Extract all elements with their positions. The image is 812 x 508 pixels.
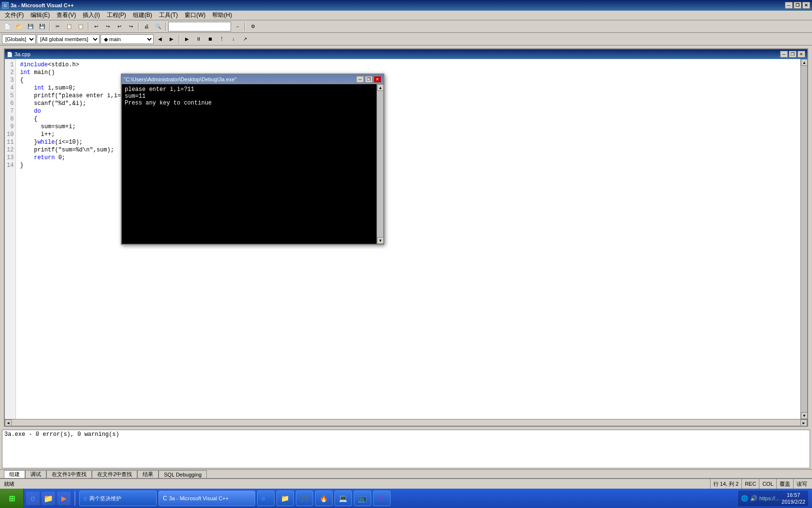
debug-btn5[interactable]: ↓ xyxy=(228,34,239,45)
taskbar-sep xyxy=(74,491,75,506)
nav-btn2[interactable]: ▶ xyxy=(166,34,177,45)
tab-find2[interactable]: 在文件2中查找 xyxy=(92,470,137,478)
clock-time: 16:57 xyxy=(782,492,805,498)
editor-h-scrollbar[interactable]: ◄ ► xyxy=(5,419,807,426)
h-scroll-right[interactable]: ► xyxy=(800,419,807,426)
debug-btn6[interactable]: ↗ xyxy=(240,34,250,45)
quick-launch-ie[interactable]: e xyxy=(26,492,40,505)
console-scroll-track[interactable] xyxy=(377,91,383,237)
tray-volume-icon[interactable]: 🔊 xyxy=(750,495,757,502)
app-icon: C xyxy=(2,2,9,9)
console-restore-btn[interactable]: ❐ xyxy=(365,76,373,83)
editor-restore-btn[interactable]: ❐ xyxy=(789,51,797,58)
tab-sql[interactable]: SQL Debugging xyxy=(159,470,207,478)
console-body: please enter i,i=?11 sum=11 Press any ke… xyxy=(122,84,215,244)
debug-btn3[interactable]: ⏹ xyxy=(205,34,216,45)
taskbar-app-3[interactable]: e xyxy=(257,491,275,506)
nav-btn1[interactable]: ◀ xyxy=(155,34,165,45)
find-btn[interactable]: 🔍 xyxy=(153,21,163,32)
search-input[interactable] xyxy=(168,22,231,31)
console-scroll-up[interactable]: ▲ xyxy=(377,84,384,91)
undo2-btn[interactable]: ↩ xyxy=(114,21,125,32)
paste-btn[interactable]: 📋 xyxy=(75,21,86,32)
h-scroll-left[interactable]: ◄ xyxy=(5,419,12,426)
scroll-down-arrow[interactable]: ▼ xyxy=(801,412,807,419)
quick-launch-folder[interactable]: 📁 xyxy=(42,492,55,505)
tab-debug[interactable]: 调试 xyxy=(25,470,46,478)
editor-scrollbar[interactable]: ▲ ▼ xyxy=(800,59,807,419)
status-ready: 就绪 xyxy=(2,480,710,488)
console-line-1: please enter i,i=?11 xyxy=(125,86,212,93)
console-scroll-down[interactable]: ▼ xyxy=(377,237,384,244)
taskbar-app-vc[interactable]: C 3a - Microsoft Visual C++ xyxy=(159,491,255,506)
debug-btn4[interactable]: ! xyxy=(217,34,227,45)
debug-btn2[interactable]: ⏸ xyxy=(193,34,204,45)
taskbar-app-7[interactable]: 💻 xyxy=(334,491,352,506)
minimize-button[interactable]: ─ xyxy=(785,2,793,9)
restore-button[interactable]: ❐ xyxy=(794,2,801,9)
print-btn[interactable]: 🖨 xyxy=(141,21,152,32)
taskbar-app-browser[interactable]: e 两个坚决维护 xyxy=(79,491,157,506)
tab-build[interactable]: 组建 xyxy=(4,470,25,478)
menu-view[interactable]: 查看(V) xyxy=(54,10,79,20)
globals-dropdown[interactable]: [Globals] xyxy=(2,34,36,44)
menu-project[interactable]: 工程(P) xyxy=(104,10,129,20)
editor-minimize-btn[interactable]: ─ xyxy=(780,51,788,58)
output-line-1: 3a.exe - 0 error(s), 0 warning(s) xyxy=(4,431,119,438)
menu-insert[interactable]: 插入(I) xyxy=(80,10,102,20)
menu-edit[interactable]: 编辑(E) xyxy=(28,10,53,20)
redo2-btn[interactable]: ↪ xyxy=(126,21,136,32)
start-button[interactable]: ⊞ xyxy=(0,489,24,508)
tab-results[interactable]: 结果 xyxy=(137,470,159,478)
function-dropdown[interactable]: ◆ main xyxy=(101,34,154,44)
console-minimize-btn[interactable]: ─ xyxy=(356,76,364,83)
tab-find1[interactable]: 在文件1中查找 xyxy=(46,470,92,478)
menu-build[interactable]: 组建(B) xyxy=(130,10,155,20)
tray-network-icon[interactable]: 🌐 xyxy=(741,495,748,502)
taskbar-app-6[interactable]: 🔥 xyxy=(315,491,333,506)
menu-help[interactable]: 帮助(H) xyxy=(209,10,235,20)
tray-notification[interactable]: https://... xyxy=(759,495,780,501)
debug-btn1[interactable]: ▶ xyxy=(182,34,192,45)
undo-btn[interactable]: ↩ xyxy=(91,21,102,32)
extra-btn[interactable]: ⚙ xyxy=(247,21,258,32)
menu-file[interactable]: 文件(F) xyxy=(2,10,27,20)
console-close-btn[interactable]: ✕ xyxy=(374,76,381,83)
taskbar-app-4[interactable]: 📁 xyxy=(276,491,294,506)
title-bar: C 3a - Microsoft Visual C++ ─ ❐ ✕ xyxy=(0,0,812,11)
scroll-up-arrow[interactable]: ▲ xyxy=(801,59,807,66)
sep6 xyxy=(179,35,180,44)
editor-close-btn[interactable]: ✕ xyxy=(798,51,805,58)
console-line-3: Press any key to continue xyxy=(125,100,212,106)
members-dropdown[interactable]: [All global members] xyxy=(37,34,100,44)
menu-bar: 文件(F) 编辑(E) 查看(V) 插入(I) 工程(P) 组建(B) 工具(T… xyxy=(0,11,812,20)
output-text: 3a.exe - 0 error(s), 0 warning(s) xyxy=(2,430,810,439)
copy-btn[interactable]: 📋 xyxy=(64,21,74,32)
open-btn[interactable]: 📂 xyxy=(14,21,24,32)
cut-btn[interactable]: ✂ xyxy=(52,21,63,32)
menu-tools[interactable]: 工具(T) xyxy=(156,10,181,20)
console-scrollbar[interactable]: ▲ ▼ xyxy=(377,84,383,244)
status-bar: 就绪 行 14, 列 2 REC COL 覆盖 读写 xyxy=(0,478,812,489)
status-row-col: 行 14, 列 2 xyxy=(710,478,742,489)
save-all-btn[interactable]: 💾 xyxy=(37,21,47,32)
new-file-btn[interactable]: 📄 xyxy=(2,21,13,32)
close-button[interactable]: ✕ xyxy=(802,2,810,9)
search-go-btn[interactable]: → xyxy=(232,21,243,32)
editor-body[interactable]: 12345 678910 11121314 #include<stdio.h> … xyxy=(5,59,807,419)
console-title-text: "C:\Users\Administrator\Desktop\Debug\3a… xyxy=(124,76,236,82)
status-ovr: 覆盖 xyxy=(776,478,793,489)
taskbar-app-9[interactable]: 🖥 xyxy=(373,491,391,506)
taskbar-app-2-label: 3a - Microsoft Visual C++ xyxy=(169,495,229,501)
taskbar-app-5[interactable]: 🎵 xyxy=(296,491,313,506)
h-scroll-track[interactable] xyxy=(12,419,800,426)
quick-launch-media[interactable]: ▶ xyxy=(57,492,71,505)
sep4 xyxy=(165,22,166,31)
taskbar-app-8[interactable]: 📺 xyxy=(354,491,371,506)
scroll-track[interactable] xyxy=(801,66,807,412)
save-btn[interactable]: 💾 xyxy=(25,21,36,32)
console-line-2: sum=11 xyxy=(125,93,212,100)
redo-btn[interactable]: ↪ xyxy=(102,21,113,32)
menu-window[interactable]: 窗口(W) xyxy=(182,10,208,20)
line-numbers: 12345 678910 11121314 xyxy=(5,59,16,419)
